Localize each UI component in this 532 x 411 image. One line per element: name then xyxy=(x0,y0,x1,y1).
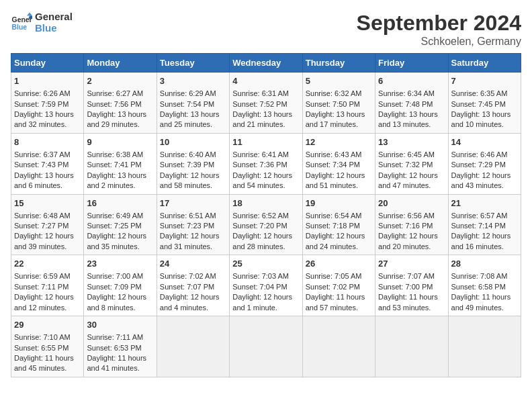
day-info-line: Sunset: 7:04 PM xyxy=(232,282,299,292)
day-info-line: Daylight: 12 hours xyxy=(232,231,299,241)
day-info-line: Sunset: 7:34 PM xyxy=(306,160,372,170)
day-info-line: and 58 minutes. xyxy=(160,181,226,191)
day-number: 28 xyxy=(451,258,518,270)
day-info-line: Sunset: 7:11 PM xyxy=(14,282,81,292)
day-info-line: and 32 minutes. xyxy=(14,120,81,130)
day-info-line: Sunset: 7:50 PM xyxy=(306,99,372,109)
day-info-line: Daylight: 12 hours xyxy=(160,171,226,181)
day-info-line: Sunset: 7:56 PM xyxy=(87,99,153,109)
day-info-line: Sunrise: 6:41 AM xyxy=(232,150,299,160)
day-info-line: and 57 minutes. xyxy=(306,303,372,313)
page-title: September 2024 xyxy=(357,11,521,36)
day-info-line: Daylight: 12 hours xyxy=(378,231,445,241)
day-info-line: Sunset: 7:43 PM xyxy=(14,160,81,170)
calendar-body: 1Sunrise: 6:26 AMSunset: 7:59 PMDaylight… xyxy=(11,73,521,377)
day-number: 5 xyxy=(306,75,372,87)
day-info-line: Sunset: 7:52 PM xyxy=(232,99,299,109)
day-info-line: Sunset: 7:39 PM xyxy=(160,160,226,170)
day-info-line: Sunset: 7:29 PM xyxy=(451,160,518,170)
logo-general: General xyxy=(35,11,73,22)
calendar-cell: 7Sunrise: 6:35 AMSunset: 7:45 PMDaylight… xyxy=(448,73,521,134)
day-info-line: and 10 minutes. xyxy=(451,120,518,130)
day-info-line: Sunset: 7:00 PM xyxy=(378,282,445,292)
day-info-line: Daylight: 12 hours xyxy=(87,231,153,241)
svg-text:Blue: Blue xyxy=(12,24,28,31)
calendar-cell: 22Sunrise: 6:59 AMSunset: 7:11 PMDayligh… xyxy=(11,255,84,316)
day-info-line: and 25 minutes. xyxy=(160,120,226,130)
day-info-line: Sunrise: 7:10 AM xyxy=(14,332,81,342)
day-number: 4 xyxy=(232,75,299,87)
calendar-cell: 26Sunrise: 7:05 AMSunset: 7:02 PMDayligh… xyxy=(302,255,375,316)
calendar-cell xyxy=(448,316,521,377)
calendar-week-row: 22Sunrise: 6:59 AMSunset: 7:11 PMDayligh… xyxy=(11,255,521,316)
day-info-line: Daylight: 12 hours xyxy=(306,171,372,181)
day-info-line: Daylight: 12 hours xyxy=(232,292,299,302)
day-number: 9 xyxy=(87,136,153,148)
day-info-line: Daylight: 12 hours xyxy=(14,231,81,241)
day-info-line: Sunset: 7:09 PM xyxy=(87,282,153,292)
day-number: 24 xyxy=(160,258,226,270)
day-info-line: Daylight: 13 hours xyxy=(451,109,518,120)
calendar-week-row: 1Sunrise: 6:26 AMSunset: 7:59 PMDaylight… xyxy=(11,73,521,134)
day-number: 10 xyxy=(160,136,226,148)
day-info-line: Daylight: 12 hours xyxy=(451,171,518,181)
calendar-cell: 29Sunrise: 7:10 AMSunset: 6:55 PMDayligh… xyxy=(11,316,84,377)
day-info-line: Sunset: 7:02 PM xyxy=(306,282,372,292)
calendar-cell: 14Sunrise: 6:46 AMSunset: 7:29 PMDayligh… xyxy=(448,133,521,194)
day-info-line: and 13 minutes. xyxy=(378,120,445,130)
day-info-line: Daylight: 12 hours xyxy=(160,292,226,302)
day-info-line: and 4 minutes. xyxy=(160,303,226,313)
day-info-line: Sunrise: 6:34 AM xyxy=(378,89,445,99)
column-header-sunday: Sunday xyxy=(11,54,84,73)
day-info-line: Daylight: 13 hours xyxy=(160,109,226,120)
day-info-line: and 20 minutes. xyxy=(378,242,445,252)
day-info-line: and 28 minutes. xyxy=(232,242,299,252)
day-info-line: Sunset: 7:59 PM xyxy=(14,99,81,109)
day-info-line: Sunset: 7:14 PM xyxy=(451,221,518,231)
day-number: 30 xyxy=(87,319,153,331)
day-info-line: Sunrise: 7:08 AM xyxy=(451,271,518,281)
day-number: 18 xyxy=(232,197,299,210)
column-header-tuesday: Tuesday xyxy=(157,54,229,73)
calendar-week-row: 29Sunrise: 7:10 AMSunset: 6:55 PMDayligh… xyxy=(11,316,521,377)
calendar-cell: 18Sunrise: 6:52 AMSunset: 7:20 PMDayligh… xyxy=(230,194,302,255)
day-info-line: Sunrise: 6:49 AM xyxy=(87,211,153,221)
calendar-cell: 25Sunrise: 7:03 AMSunset: 7:04 PMDayligh… xyxy=(230,255,302,316)
day-info-line: and 2 minutes. xyxy=(87,181,153,191)
day-info-line: Daylight: 12 hours xyxy=(306,231,372,241)
day-info-line: Sunrise: 7:02 AM xyxy=(160,271,226,281)
calendar-cell: 6Sunrise: 6:34 AMSunset: 7:48 PMDaylight… xyxy=(375,73,448,134)
day-info-line: Sunrise: 6:29 AM xyxy=(160,89,226,99)
day-info-line: Sunrise: 6:32 AM xyxy=(306,89,372,99)
calendar-cell xyxy=(230,316,302,377)
day-info-line: Sunset: 7:36 PM xyxy=(232,160,299,170)
day-info-line: Sunrise: 6:37 AM xyxy=(14,150,81,160)
calendar-cell: 10Sunrise: 6:40 AMSunset: 7:39 PMDayligh… xyxy=(157,133,229,194)
day-info-line: Sunrise: 6:51 AM xyxy=(160,211,226,221)
day-info-line: Daylight: 12 hours xyxy=(87,292,153,302)
day-info-line: and 51 minutes. xyxy=(306,181,372,191)
day-info-line: and 21 minutes. xyxy=(232,120,299,130)
calendar-cell: 2Sunrise: 6:27 AMSunset: 7:56 PMDaylight… xyxy=(84,73,157,134)
day-info-line: and 45 minutes. xyxy=(14,363,81,373)
day-info-line: Sunrise: 7:00 AM xyxy=(87,271,153,281)
day-info-line: Sunset: 6:53 PM xyxy=(87,343,153,353)
day-info-line: Sunrise: 6:59 AM xyxy=(14,271,81,281)
logo: General Blue General Blue xyxy=(11,11,73,34)
calendar-cell: 17Sunrise: 6:51 AMSunset: 7:23 PMDayligh… xyxy=(157,194,229,255)
day-number: 20 xyxy=(378,197,445,210)
day-info-line: and 53 minutes. xyxy=(378,303,445,313)
day-info-line: Daylight: 11 hours xyxy=(14,353,81,363)
column-header-saturday: Saturday xyxy=(448,54,521,73)
day-info-line: Daylight: 12 hours xyxy=(232,171,299,181)
calendar-cell: 15Sunrise: 6:48 AMSunset: 7:27 PMDayligh… xyxy=(11,194,84,255)
day-info-line: Sunset: 7:23 PM xyxy=(160,221,226,231)
calendar-cell: 12Sunrise: 6:43 AMSunset: 7:34 PMDayligh… xyxy=(302,133,375,194)
day-number: 16 xyxy=(87,197,153,210)
svg-marker-2 xyxy=(27,13,32,16)
calendar-cell: 8Sunrise: 6:37 AMSunset: 7:43 PMDaylight… xyxy=(11,133,84,194)
day-info-line: Sunrise: 6:27 AM xyxy=(87,89,153,99)
calendar-cell: 11Sunrise: 6:41 AMSunset: 7:36 PMDayligh… xyxy=(230,133,302,194)
day-info-line: Daylight: 13 hours xyxy=(87,171,153,181)
calendar-cell: 19Sunrise: 6:54 AMSunset: 7:18 PMDayligh… xyxy=(302,194,375,255)
